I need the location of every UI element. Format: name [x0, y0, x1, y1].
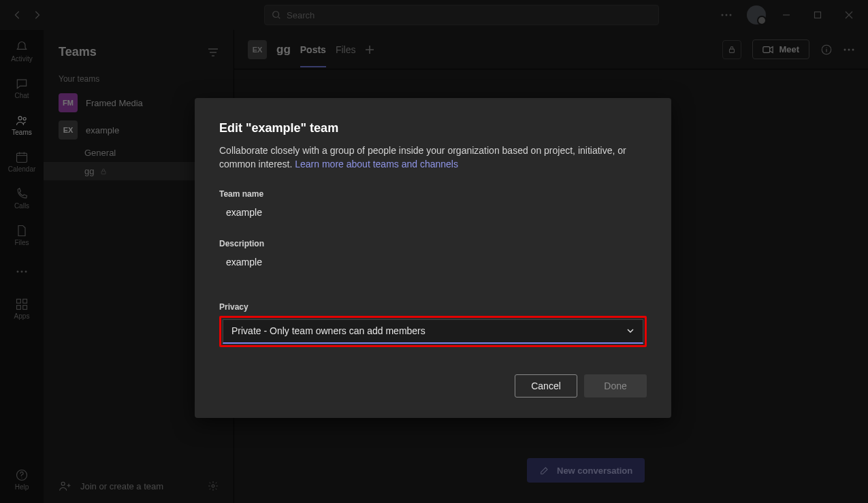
privacy-dropdown[interactable]: Private - Only team owners can add membe… [223, 319, 643, 344]
dialog-description: Collaborate closely with a group of peop… [219, 144, 647, 172]
edit-team-dialog: Edit "example" team Collaborate closely … [195, 98, 671, 418]
description-label: Description [219, 239, 647, 248]
dialog-title: Edit "example" team [219, 121, 647, 135]
description-input[interactable] [219, 253, 647, 271]
done-button[interactable]: Done [584, 374, 647, 397]
team-name-input[interactable] [219, 203, 647, 221]
privacy-highlight: Private - Only team owners can add membe… [219, 316, 647, 347]
chevron-down-icon [626, 327, 634, 335]
privacy-label: Privacy [219, 302, 647, 312]
learn-more-link[interactable]: Learn more about teams and channels [295, 159, 458, 169]
team-name-label: Team name [219, 189, 647, 199]
cancel-button[interactable]: Cancel [515, 374, 577, 397]
